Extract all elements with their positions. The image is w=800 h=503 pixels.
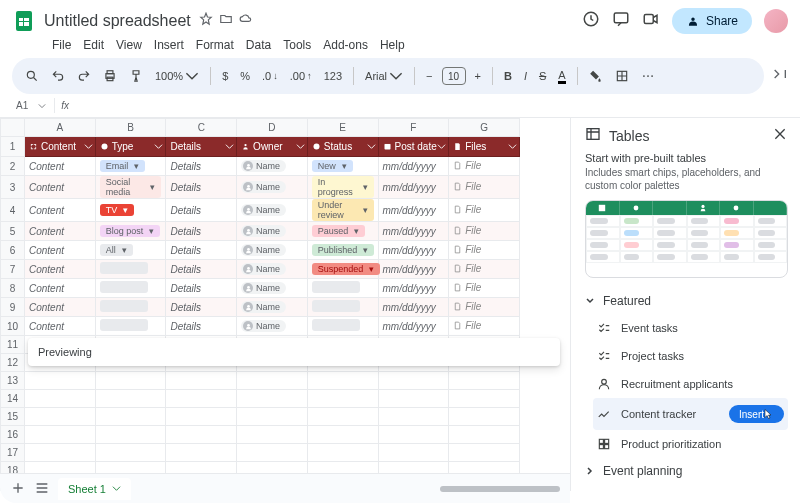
svg-point-16 [244,144,246,146]
table-row[interactable]: 10 Content Details Name mm/dd/yyyy File [1,317,520,336]
table-row[interactable]: 6 Content All▾ Details Name Published▾ m… [1,241,520,260]
section-featured[interactable]: Featured [585,288,788,314]
star-icon[interactable] [199,12,213,30]
formula-bar[interactable]: fx [55,100,69,111]
close-icon[interactable] [772,126,788,146]
sheet-footer: Sheet 1 [0,473,570,503]
svg-point-25 [247,267,250,270]
section-customer-relations[interactable]: Customer relations [585,484,788,491]
move-icon[interactable] [219,12,233,30]
comments-icon[interactable] [612,10,630,32]
name-box[interactable]: A1 [12,98,55,113]
menu-data[interactable]: Data [246,38,271,52]
template-project-tasks[interactable]: Project tasks [593,342,788,370]
svg-point-22 [247,208,250,211]
text-color-icon[interactable]: A [555,69,568,84]
currency-icon[interactable]: $ [219,70,231,82]
svg-point-27 [247,305,250,308]
table-row[interactable]: 3 Content Social media▾ Details Name In … [1,176,520,199]
table-row[interactable]: 7 Content Details Name Suspended▾ mm/dd/… [1,260,520,279]
avatar[interactable] [764,9,788,33]
preview-banner: Previewing [28,338,560,366]
sheet-tab[interactable]: Sheet 1 [58,478,131,500]
svg-point-13 [647,75,649,77]
number-format-dropdown[interactable]: 123 [321,70,345,82]
section-event-planning[interactable]: Event planning [585,458,788,484]
sidebar-desc: Includes smart chips, placeholders, and … [585,164,788,200]
svg-rect-29 [587,129,599,140]
template-product-priority[interactable]: Product prioritization [593,430,788,458]
svg-rect-19 [384,144,390,146]
borders-icon[interactable] [612,69,632,83]
menu-format[interactable]: Format [196,38,234,52]
insert-button[interactable]: Insert [729,405,784,423]
template-content-tracker[interactable]: Content tracker Insert [593,398,788,430]
table-row[interactable]: 4 Content TV▾ Details Name Under review▾… [1,199,520,222]
svg-rect-38 [605,445,609,449]
print-icon[interactable] [100,69,120,83]
bold-icon[interactable]: B [501,70,515,82]
svg-rect-5 [614,13,628,23]
spreadsheet-grid[interactable]: ABCDEFG 1 Content Type Details Owner Sta… [0,118,570,491]
font-dropdown[interactable]: Arial [362,69,406,83]
svg-point-31 [633,206,638,211]
all-sheets-icon[interactable] [34,480,50,498]
fontsize-inc-icon[interactable]: + [472,70,484,82]
menubar: File Edit View Insert Format Data Tools … [12,34,788,58]
add-sheet-icon[interactable] [10,480,26,498]
svg-point-33 [734,206,739,211]
template-preview [585,200,788,278]
horizontal-scrollbar[interactable] [440,486,560,492]
table-row[interactable]: 5 Content Blog post▾ Details Name Paused… [1,222,520,241]
svg-rect-9 [107,71,113,74]
italic-icon[interactable]: I [521,70,530,82]
svg-rect-30 [599,205,605,211]
table-row[interactable]: 9 Content Details Name mm/dd/yyyy File [1,298,520,317]
meet-icon[interactable] [642,10,660,32]
fontsize-dec-icon[interactable]: − [423,70,435,82]
redo-icon[interactable] [74,69,94,83]
menu-insert[interactable]: Insert [154,38,184,52]
menu-tools[interactable]: Tools [283,38,311,52]
zoom-dropdown[interactable]: 100% [152,69,202,83]
doc-title[interactable]: Untitled spreadsheet [44,12,191,30]
template-recruitment[interactable]: Recruitment applicants [593,370,788,398]
decimal-dec-icon[interactable]: .0↓ [259,70,281,82]
undo-icon[interactable] [48,69,68,83]
svg-rect-35 [599,439,603,443]
svg-point-32 [701,205,704,208]
menu-view[interactable]: View [116,38,142,52]
search-menus-icon[interactable] [22,69,42,83]
share-button[interactable]: Share [672,8,752,34]
sidepanel-toggle-icon[interactable] [772,66,788,86]
percent-icon[interactable]: % [237,70,253,82]
fontsize-input[interactable]: 10 [442,67,466,85]
template-event-tasks[interactable]: Event tasks [593,314,788,342]
decimal-inc-icon[interactable]: .00↑ [287,70,315,82]
more-toolbar-icon[interactable] [638,69,658,83]
toolbar: 100% $ % .0↓ .00↑ 123 Arial − 10 + B I S… [12,58,764,94]
svg-rect-6 [644,15,653,24]
svg-point-34 [602,379,607,384]
svg-point-26 [247,286,250,289]
svg-point-20 [247,164,250,167]
svg-point-12 [643,75,645,77]
fill-color-icon[interactable] [586,69,606,83]
menu-edit[interactable]: Edit [83,38,104,52]
sidebar-title: Tables [609,128,649,144]
menu-file[interactable]: File [52,38,71,52]
svg-rect-37 [599,445,603,449]
strike-icon[interactable]: S [536,70,549,82]
table-row[interactable]: 2 Content Email▾ Details Name New▾ mm/dd… [1,157,520,176]
svg-point-24 [247,248,250,251]
menu-addons[interactable]: Add-ons [323,38,368,52]
table-row[interactable]: 8 Content Details Name mm/dd/yyyy File [1,279,520,298]
sheets-logo-icon[interactable] [12,9,36,33]
cloud-status-icon[interactable] [239,12,253,30]
history-icon[interactable] [582,10,600,32]
svg-point-14 [651,75,653,77]
paint-format-icon[interactable] [126,69,146,83]
tables-icon [585,126,601,146]
menu-help[interactable]: Help [380,38,405,52]
svg-point-15 [101,144,107,150]
